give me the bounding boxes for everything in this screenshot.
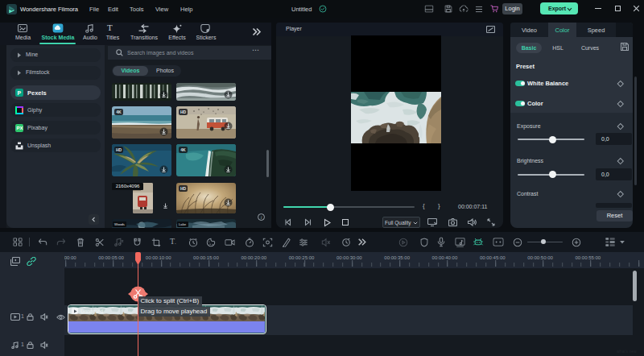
svg-text:Woods: Woods <box>114 222 125 226</box>
svg-text:Lake: Lake <box>179 222 187 226</box>
